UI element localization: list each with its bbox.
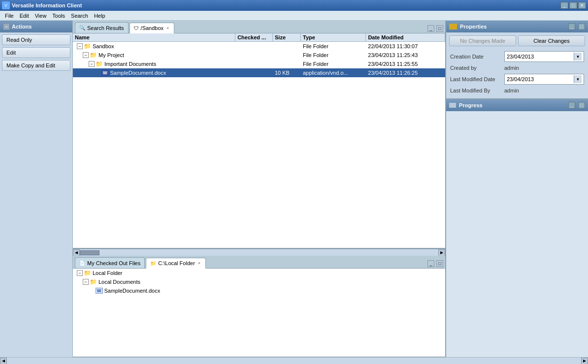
creation-date-label: Creation Date (450, 54, 504, 60)
folder-icon: 📁 (96, 61, 103, 67)
row-type: File Folder (301, 43, 366, 49)
scroll-right-btn[interactable]: ▶ (438, 249, 445, 256)
checked-out-label: My Checked Out Files (87, 260, 140, 266)
last-modified-by-value: admin (504, 87, 519, 94)
sandbox-tab-close[interactable]: × (165, 26, 170, 30)
expand-icon[interactable]: − (83, 279, 89, 285)
header-date[interactable]: Date Modified (366, 33, 445, 41)
expand-icon[interactable]: − (77, 270, 83, 276)
bottom-section: 📄 My Checked Out Files 📁 C:\Local Folder… (73, 256, 445, 364)
scroll-track[interactable] (80, 250, 438, 256)
created-by-label: Created by (450, 65, 504, 71)
no-changes-button[interactable]: No Changes Made (449, 35, 516, 46)
bottom-tab-bar: 📄 My Checked Out Files 📁 C:\Local Folder… (73, 256, 445, 269)
expand-icon[interactable]: − (83, 52, 89, 58)
tab-checked-out[interactable]: 📄 My Checked Out Files (75, 257, 145, 268)
expand-icon[interactable]: − (77, 43, 83, 49)
table-row[interactable]: − 📁 My Project File Folder 23/04/2013 11… (73, 51, 445, 60)
properties-header: Properties _ □ (446, 21, 588, 32)
creation-date-value-field[interactable]: 23/04/2013 ▼ (504, 51, 584, 62)
row-date: 23/04/2013 11:26:25 (366, 70, 445, 76)
sandbox-tab-icon: 🛡 (134, 26, 139, 31)
last-modified-date-row: Last Modified Date 23/04/2013 ▼ (450, 74, 584, 85)
top-minimize-btn[interactable]: _ (427, 25, 434, 32)
header-checked[interactable]: Checked ... (235, 33, 273, 41)
progress-icon (449, 103, 456, 108)
page-scroll-left-btn[interactable]: ◀ (0, 358, 7, 364)
last-modified-date-picker-btn[interactable]: ▼ (574, 75, 582, 83)
actions-panel: − Actions Read Only Edit Make Copy and E… (0, 21, 73, 364)
row-type: application/vnd.o... (301, 70, 366, 76)
restore-button[interactable]: □ (569, 2, 577, 9)
last-modified-by-label: Last Modified By (450, 88, 504, 93)
creation-date-picker-btn[interactable]: ▼ (574, 53, 582, 61)
word-icon: W (101, 70, 109, 76)
list-item[interactable]: − 📁 Local Folder (73, 269, 445, 277)
bottom-maximize-btn[interactable]: □ (436, 260, 443, 267)
properties-buttons: No Changes Made Clear Changes (446, 32, 588, 49)
menu-tools[interactable]: Tools (49, 12, 68, 20)
close-button[interactable]: ✕ (578, 2, 586, 9)
row-name: Local Documents (98, 279, 140, 285)
list-item[interactable]: − 📁 Local Documents (73, 277, 445, 286)
menu-search[interactable]: Search (68, 12, 91, 20)
progress-maximize-btn[interactable]: □ (578, 102, 585, 109)
menu-help[interactable]: Help (91, 12, 108, 20)
props-maximize-btn[interactable]: □ (578, 23, 585, 30)
table-row[interactable]: − 📁 Sandbox File Folder 22/04/2013 11:30… (73, 42, 445, 51)
read-only-button[interactable]: Read Only (2, 34, 70, 45)
list-item[interactable]: W SampleDocument.docx (73, 286, 445, 295)
actions-header: − Actions (0, 21, 72, 32)
clear-changes-button[interactable]: Clear Changes (518, 35, 585, 46)
scroll-thumb[interactable] (80, 250, 99, 255)
page-h-scrollbar[interactable]: ◀ ▶ (0, 357, 588, 364)
menu-edit[interactable]: Edit (17, 12, 32, 20)
last-modified-date-field[interactable]: 23/04/2013 ▼ (504, 74, 584, 85)
actions-collapse-btn[interactable]: − (3, 23, 10, 30)
created-by-value: admin (504, 64, 519, 72)
scroll-left-btn[interactable]: ◀ (73, 249, 80, 256)
page-scroll-right-btn[interactable]: ▶ (581, 358, 588, 364)
main-layout: − Actions Read Only Edit Make Copy and E… (0, 21, 588, 364)
header-size[interactable]: Size (273, 33, 301, 41)
top-maximize-btn[interactable]: □ (436, 25, 443, 32)
menu-bar: File Edit View Tools Search Help (0, 11, 588, 21)
last-modified-by-row: Last Modified By admin (450, 87, 584, 94)
local-folder-tab-close[interactable]: × (197, 261, 201, 266)
tab-sandbox[interactable]: 🛡 /Sandbox × (130, 23, 175, 33)
menu-file[interactable]: File (2, 12, 17, 20)
table-row[interactable]: − 📁 Important Documents File Folder 23/0… (73, 60, 445, 68)
local-folder-icon: 📁 (150, 261, 156, 266)
minimize-button[interactable]: _ (560, 2, 568, 9)
menu-view[interactable]: View (32, 12, 50, 20)
page-scroll-track[interactable] (7, 358, 581, 364)
row-name: Important Documents (104, 61, 156, 67)
checked-out-icon: 📄 (79, 260, 85, 266)
make-copy-button[interactable]: Make Copy and Edit (2, 60, 70, 71)
actions-buttons: Read Only Edit Make Copy and Edit (0, 32, 72, 73)
tab-search-results[interactable]: 🔍 Search Results (75, 22, 129, 33)
tab-local-folder[interactable]: 📁 C:\Local Folder × (146, 258, 206, 269)
expand-icon[interactable]: − (89, 61, 95, 67)
top-h-scrollbar[interactable]: ◀ ▶ (73, 249, 445, 256)
progress-minimize-btn[interactable]: _ (568, 102, 575, 109)
row-name: Local Folder (93, 270, 123, 276)
search-tab-icon: 🔍 (79, 25, 85, 30)
edit-button[interactable]: Edit (2, 47, 70, 58)
row-date: 23/04/2013 11:25:55 (366, 61, 445, 67)
header-name[interactable]: Name (73, 33, 235, 41)
app-icon: V (2, 1, 10, 9)
table-row[interactable]: W SampleDocument.docx 10 KB application/… (73, 68, 445, 77)
row-size: 10 KB (273, 70, 301, 76)
props-minimize-btn[interactable]: _ (568, 23, 575, 30)
tree-header: Name Checked ... Size Type Date Modified (73, 33, 445, 42)
creation-date-value: 23/04/2013 (507, 54, 574, 60)
folder-icon: 📁 (84, 270, 91, 276)
properties-panel: Properties _ □ No Changes Made Clear Cha… (445, 21, 588, 364)
row-date: 22/04/2013 11:30:07 (366, 43, 445, 49)
header-type[interactable]: Type (301, 33, 366, 41)
tree-content: − 📁 Sandbox File Folder 22/04/2013 11:30… (73, 42, 445, 77)
bottom-minimize-btn[interactable]: _ (427, 260, 434, 267)
row-name: Sandbox (93, 43, 114, 49)
row-name: SampleDocument.docx (110, 70, 166, 76)
